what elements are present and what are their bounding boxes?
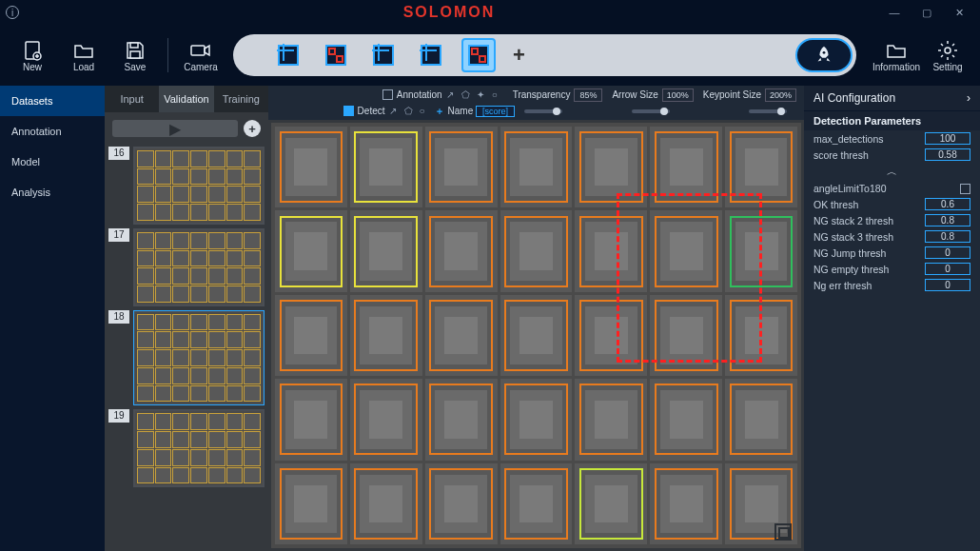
param-value[interactable]: 0.8: [925, 230, 970, 243]
detection-cell[interactable]: [500, 127, 573, 207]
window-minimize[interactable]: —: [879, 2, 910, 23]
mode-2[interactable]: [319, 38, 353, 72]
detection-cell[interactable]: [425, 463, 498, 544]
detection-cell[interactable]: [275, 463, 347, 544]
run-button[interactable]: [795, 38, 853, 72]
collapse-toggle[interactable]: ︿: [804, 163, 980, 181]
window-maximize[interactable]: ▢: [911, 2, 942, 23]
selection-box[interactable]: [617, 193, 762, 363]
thumb-image[interactable]: [133, 147, 265, 225]
load-button[interactable]: Load: [65, 39, 103, 72]
circle-icon[interactable]: ○: [492, 89, 503, 101]
param-label: score thresh: [813, 149, 869, 161]
nav-analysis[interactable]: Analysis: [0, 177, 105, 207]
information-button[interactable]: Information: [877, 39, 915, 72]
detection-cell[interactable]: [350, 127, 422, 207]
annotation-checkbox[interactable]: [382, 89, 393, 100]
save-button[interactable]: Save: [116, 39, 154, 72]
circle-icon-2[interactable]: ○: [420, 106, 431, 117]
new-button[interactable]: New: [13, 39, 51, 72]
thumb-image[interactable]: [133, 409, 265, 487]
param-value[interactable]: 0: [925, 263, 970, 275]
detection-box: [429, 216, 493, 287]
viewport[interactable]: [271, 123, 801, 548]
nav-datasets[interactable]: Datasets: [0, 86, 105, 116]
detection-box: [354, 468, 418, 540]
add-thumb-button[interactable]: +: [244, 120, 261, 137]
detection-cell[interactable]: [725, 379, 797, 460]
arrow-icon[interactable]: ↗: [446, 89, 458, 101]
detection-cell[interactable]: [350, 463, 422, 544]
detection-cell[interactable]: [425, 295, 498, 376]
play-button[interactable]: ▶: [112, 120, 238, 137]
chevron-right-icon[interactable]: ›: [967, 91, 970, 105]
detection-cell[interactable]: [500, 295, 573, 376]
tab-training[interactable]: Training: [214, 86, 268, 112]
detection-cell[interactable]: [500, 379, 573, 460]
param-value[interactable]: 0.58: [925, 148, 970, 161]
transparency-value[interactable]: 85%: [574, 89, 602, 102]
fit-view-icon[interactable]: [774, 523, 792, 541]
detection-cell[interactable]: [350, 379, 422, 460]
param-value[interactable]: 0.8: [925, 214, 970, 226]
tab-validation[interactable]: Validation: [159, 86, 213, 112]
param-checkbox[interactable]: [960, 184, 970, 194]
nav-annotation[interactable]: Annotation: [0, 116, 105, 147]
mode-add[interactable]: +: [513, 43, 525, 68]
titlebar: i SOLOMON — ▢ ✕: [0, 0, 980, 25]
pentagon-icon-2[interactable]: ⬠: [404, 106, 416, 117]
thumb-image[interactable]: [133, 228, 265, 306]
nav-model[interactable]: Model: [0, 147, 105, 177]
name-field[interactable]: [score]: [476, 106, 515, 117]
thumb-entry[interactable]: 19: [105, 407, 268, 489]
detection-cell[interactable]: [275, 127, 347, 207]
info-icon[interactable]: i: [6, 6, 19, 19]
detection-cell[interactable]: [350, 295, 422, 376]
svg-point-8: [945, 48, 951, 53]
detection-cell[interactable]: [650, 463, 722, 544]
detection-cell[interactable]: [425, 210, 498, 291]
param-value[interactable]: 0: [925, 279, 970, 291]
detect-checkbox[interactable]: [343, 106, 354, 116]
mode-1[interactable]: [271, 38, 305, 72]
detection-cell[interactable]: [350, 210, 422, 291]
detection-cell[interactable]: [425, 127, 498, 207]
window-close[interactable]: ✕: [944, 2, 974, 23]
setting-button[interactable]: Setting: [929, 39, 967, 72]
arrow-slider[interactable]: [632, 109, 670, 113]
detection-cell[interactable]: [575, 379, 647, 460]
thumb-entry[interactable]: 17: [105, 226, 268, 308]
param-value[interactable]: 0.6: [925, 198, 970, 210]
thumb-entry[interactable]: 18: [105, 308, 268, 408]
setting-label: Setting: [932, 62, 962, 72]
param-value[interactable]: 100: [925, 132, 970, 145]
thumb-image[interactable]: [133, 310, 265, 406]
param-row: Ng err thresh0: [804, 277, 980, 293]
keypoint-slider[interactable]: [749, 109, 787, 113]
detection-box: [579, 384, 643, 455]
arrow-icon-2[interactable]: ↗: [389, 106, 401, 117]
mode-4[interactable]: [414, 38, 448, 72]
detection-cell[interactable]: [275, 379, 347, 460]
mode-3[interactable]: [366, 38, 401, 72]
add-annot-icon[interactable]: ＋: [435, 105, 444, 118]
detection-cell[interactable]: [275, 295, 347, 376]
param-value[interactable]: 0: [925, 246, 970, 259]
detection-cell[interactable]: [500, 210, 573, 291]
mode-5[interactable]: [461, 38, 496, 72]
detection-cell[interactable]: [650, 379, 722, 460]
arrow-size-value[interactable]: 100%: [662, 89, 694, 102]
detection-cell[interactable]: [425, 379, 498, 460]
param-label: max_detections: [813, 133, 884, 145]
detection-cell[interactable]: [275, 210, 347, 291]
svg-rect-5: [130, 51, 140, 58]
camera-button[interactable]: Camera: [182, 39, 220, 72]
detection-cell[interactable]: [500, 463, 573, 544]
pentagon-icon[interactable]: ⬠: [461, 89, 473, 101]
star-icon[interactable]: ✦: [477, 89, 488, 101]
detection-cell[interactable]: [575, 463, 647, 544]
thumb-entry[interactable]: 16: [105, 145, 268, 226]
keypoint-size-value[interactable]: 200%: [765, 89, 796, 102]
transparency-slider[interactable]: [524, 109, 562, 113]
tab-input[interactable]: Input: [105, 86, 159, 112]
